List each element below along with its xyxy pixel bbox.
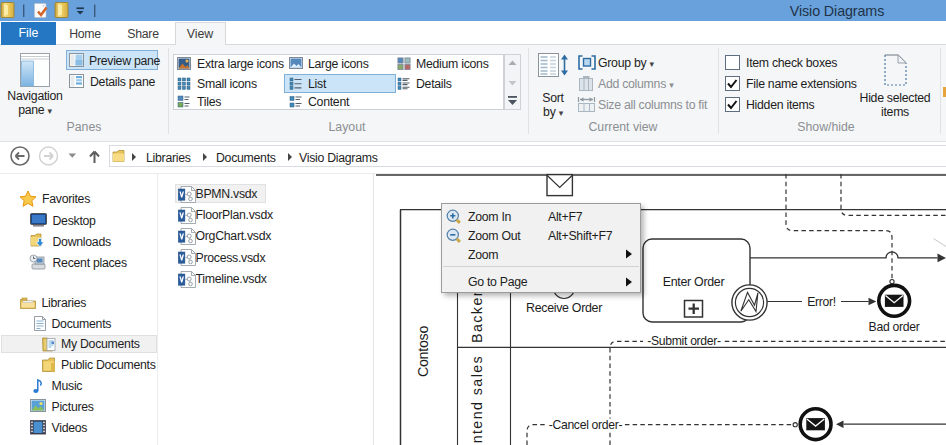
svg-text:Contoso: Contoso — [415, 326, 431, 377]
svg-text:-Cancel order-: -Cancel order- — [549, 418, 623, 432]
svg-text:Frontend sales: Frontend sales — [469, 355, 485, 445]
svg-text:Receive Order: Receive Order — [526, 301, 602, 315]
svg-text:-Submit order-: -Submit order- — [647, 334, 721, 348]
svg-text:Enter Order: Enter Order — [663, 275, 725, 289]
svg-text:Bad order: Bad order — [869, 320, 920, 334]
svg-text:Error!: Error! — [807, 295, 836, 309]
